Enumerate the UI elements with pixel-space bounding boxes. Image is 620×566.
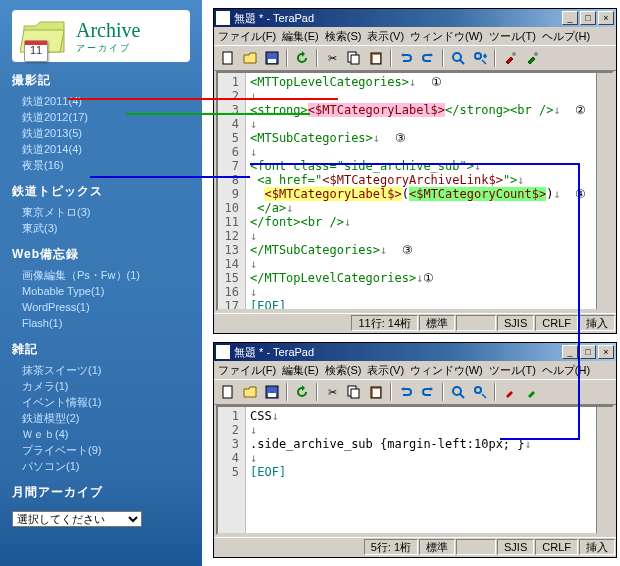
status-crlf: CRLF bbox=[535, 539, 578, 555]
menu-view[interactable]: 表示(V) bbox=[367, 29, 404, 44]
close-button[interactable]: × bbox=[598, 11, 614, 25]
status-encoding: SJIS bbox=[497, 539, 534, 555]
titlebar[interactable]: 無題 * - TeraPad _ □ × bbox=[214, 9, 616, 27]
maximize-button[interactable]: □ bbox=[580, 11, 596, 25]
minimize-button[interactable]: _ bbox=[562, 345, 578, 359]
menu-window[interactable]: ウィンドウ(W) bbox=[410, 29, 483, 44]
line-gutter: 1 2 3 4 5 6 7 8 9 10 11 12 13 14 15 16 1… bbox=[218, 73, 246, 309]
sidebar-item[interactable]: プライベート(9) bbox=[22, 442, 190, 458]
menu-window[interactable]: ウィンドウ(W) bbox=[410, 363, 483, 378]
svg-rect-14 bbox=[268, 393, 276, 397]
cut-icon[interactable]: ✂ bbox=[322, 382, 342, 402]
menu-help[interactable]: ヘルプ(H) bbox=[542, 29, 590, 44]
menu-tools[interactable]: ツール(T) bbox=[489, 29, 536, 44]
undo-icon[interactable] bbox=[396, 48, 416, 68]
line-gutter: 1 2 3 4 5 bbox=[218, 407, 246, 533]
settings-icon[interactable] bbox=[522, 48, 542, 68]
open-icon[interactable] bbox=[240, 48, 260, 68]
sidebar-item[interactable]: 夜景(16) bbox=[22, 157, 190, 173]
maximize-button[interactable]: □ bbox=[580, 345, 596, 359]
menu-search[interactable]: 検索(S) bbox=[325, 29, 362, 44]
new-icon[interactable] bbox=[218, 48, 238, 68]
new-icon[interactable] bbox=[218, 382, 238, 402]
svg-rect-12 bbox=[223, 386, 232, 398]
settings-icon[interactable] bbox=[522, 382, 542, 402]
reload-icon[interactable] bbox=[292, 48, 312, 68]
menu-view[interactable]: 表示(V) bbox=[367, 363, 404, 378]
sidebar-item[interactable]: 抹茶スイーツ(1) bbox=[22, 362, 190, 378]
sidebar-item[interactable]: Flash(1) bbox=[22, 315, 190, 331]
tool-icon[interactable] bbox=[500, 48, 520, 68]
copy-icon[interactable] bbox=[344, 48, 364, 68]
monthly-archive-title: 月間アーカイブ bbox=[12, 484, 190, 501]
code-content[interactable]: CSS↓ ↓ .side_archive_sub {margin-left:10… bbox=[246, 407, 596, 533]
code-area[interactable]: 1 2 3 4 5 6 7 8 9 10 11 12 13 14 15 16 1… bbox=[216, 71, 614, 311]
status-blank bbox=[456, 539, 496, 555]
redo-icon[interactable] bbox=[418, 48, 438, 68]
menu-help[interactable]: ヘルプ(H) bbox=[542, 363, 590, 378]
svg-point-11 bbox=[534, 52, 538, 56]
sidebar-item[interactable]: Ｗｅｂ(4) bbox=[22, 426, 190, 442]
sidebar-item[interactable]: 画像編集（Ps・Fw）(1) bbox=[22, 267, 190, 283]
redo-icon[interactable] bbox=[418, 382, 438, 402]
sidebar-item[interactable]: 東武(3) bbox=[22, 220, 190, 236]
sidebar-item[interactable]: 鉄道模型(2) bbox=[22, 410, 190, 426]
menu-file[interactable]: ファイル(F) bbox=[218, 363, 276, 378]
titlebar[interactable]: 無題 * - TeraPad _ □ × bbox=[214, 343, 616, 361]
minimize-button[interactable]: _ bbox=[562, 11, 578, 25]
statusbar: 5行: 1桁 標準 SJIS CRLF 挿入 bbox=[214, 537, 616, 555]
find-next-icon[interactable] bbox=[470, 382, 490, 402]
find-icon[interactable] bbox=[448, 382, 468, 402]
save-icon[interactable] bbox=[262, 382, 282, 402]
sidebar-item[interactable]: 鉄道2013(5) bbox=[22, 125, 190, 141]
sidebar-item[interactable]: イベント情報(1) bbox=[22, 394, 190, 410]
status-insert: 挿入 bbox=[579, 539, 615, 555]
code-content[interactable]: <MTTopLevelCategories>↓ ① ↓ <strong><$MT… bbox=[246, 73, 596, 309]
menu-edit[interactable]: 編集(E) bbox=[282, 363, 319, 378]
sidebar-item[interactable]: カメラ(1) bbox=[22, 378, 190, 394]
close-button[interactable]: × bbox=[598, 345, 614, 359]
vertical-scrollbar[interactable] bbox=[596, 73, 612, 309]
svg-rect-4 bbox=[351, 55, 359, 64]
open-icon[interactable] bbox=[240, 382, 260, 402]
monthly-archive-select[interactable]: 選択してください bbox=[12, 511, 142, 527]
sidebar-item[interactable]: 東京メトロ(3) bbox=[22, 204, 190, 220]
code-area[interactable]: 1 2 3 4 5 CSS↓ ↓ .side_archive_sub {marg… bbox=[216, 405, 614, 535]
archive-title-jp: アーカイブ bbox=[76, 42, 140, 55]
cut-icon[interactable]: ✂ bbox=[322, 48, 342, 68]
section-title: 雑記 bbox=[12, 341, 190, 358]
tool-icon[interactable] bbox=[500, 382, 520, 402]
status-mode: 標準 bbox=[419, 539, 455, 555]
sidebar-item[interactable]: 鉄道2011(4) bbox=[22, 93, 190, 109]
folder-icon: 11 bbox=[20, 16, 68, 58]
svg-point-7 bbox=[453, 53, 461, 61]
svg-line-20 bbox=[460, 394, 464, 398]
vertical-scrollbar[interactable] bbox=[596, 407, 612, 533]
sidebar-item[interactable]: パソコン(1) bbox=[22, 458, 190, 474]
copy-icon[interactable] bbox=[344, 382, 364, 402]
paste-icon[interactable] bbox=[366, 48, 386, 68]
sidebar-item[interactable]: 鉄道2012(17) bbox=[22, 109, 190, 125]
save-icon[interactable] bbox=[262, 48, 282, 68]
sidebar-item[interactable]: 鉄道2014(4) bbox=[22, 141, 190, 157]
reload-icon[interactable] bbox=[292, 382, 312, 402]
sidebar-item[interactable]: Mobable Type(1) bbox=[22, 283, 190, 299]
archive-header: 11 Archive アーカイブ bbox=[12, 10, 190, 62]
menu-tools[interactable]: ツール(T) bbox=[489, 363, 536, 378]
status-mode: 標準 bbox=[419, 315, 455, 331]
section-title: Web備忘録 bbox=[12, 246, 190, 263]
paste-icon[interactable] bbox=[366, 382, 386, 402]
menu-edit[interactable]: 編集(E) bbox=[282, 29, 319, 44]
archive-sidebar: 11 Archive アーカイブ 撮影記 鉄道2011(4) 鉄道2012(17… bbox=[0, 0, 202, 566]
find-icon[interactable] bbox=[448, 48, 468, 68]
window-title: 無題 * - TeraPad bbox=[234, 345, 560, 360]
find-next-icon[interactable] bbox=[470, 48, 490, 68]
sidebar-item[interactable]: WordPress(1) bbox=[22, 299, 190, 315]
section-title: 撮影記 bbox=[12, 72, 190, 89]
menubar: ファイル(F) 編集(E) 検索(S) 表示(V) ウィンドウ(W) ツール(T… bbox=[214, 27, 616, 45]
undo-icon[interactable] bbox=[396, 382, 416, 402]
menu-search[interactable]: 検索(S) bbox=[325, 363, 362, 378]
menu-file[interactable]: ファイル(F) bbox=[218, 29, 276, 44]
archive-title-en: Archive bbox=[76, 19, 140, 42]
section: 鉄道トピックス 東京メトロ(3) 東武(3) bbox=[12, 183, 190, 236]
